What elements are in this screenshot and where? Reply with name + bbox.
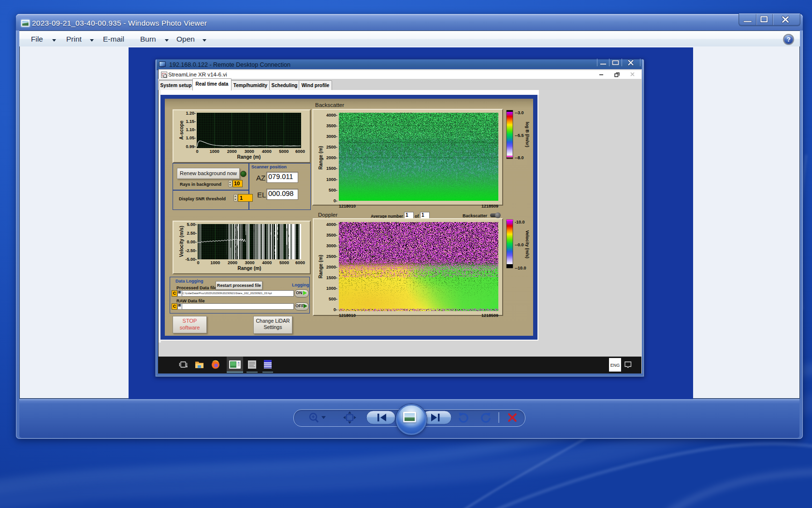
svg-text:--8.0: --8.0 [515, 155, 524, 160]
svg-text:1.15-: 1.15- [186, 119, 196, 124]
svg-text:0-: 0- [334, 307, 337, 312]
svg-text:--0.0: --0.0 [515, 242, 524, 247]
svg-text:Velocity (m/s): Velocity (m/s) [525, 230, 530, 258]
svg-text:2000-: 2000- [326, 265, 337, 269]
svg-text:3000: 3000 [245, 260, 255, 265]
svg-text:5000: 5000 [279, 260, 289, 265]
svg-text:2000: 2000 [227, 149, 237, 154]
svg-text:4000-: 4000- [326, 222, 337, 227]
svg-text:log B (/m/sr): log B (/m/sr) [525, 122, 530, 148]
svg-text:1500-: 1500- [326, 166, 337, 171]
svg-text:A-scope: A-scope [179, 120, 184, 140]
svg-text:3000-: 3000- [326, 243, 337, 248]
svg-text:5.00-: 5.00- [187, 222, 197, 227]
svg-text:2000-: 2000- [326, 155, 337, 160]
svg-text:2000: 2000 [228, 260, 237, 265]
svg-text:0.00-: 0.00- [187, 239, 197, 244]
svg-text:0.99-: 0.99- [186, 144, 196, 149]
svg-text:1218509: 1218509 [481, 204, 498, 209]
svg-text:--3.0: --3.0 [515, 110, 524, 115]
svg-text:1218509: 1218509 [481, 313, 498, 318]
svg-text:2.50-: 2.50- [187, 231, 197, 236]
svg-text:-5.00-: -5.00- [185, 257, 197, 262]
svg-text:Range (m): Range (m) [318, 255, 323, 279]
svg-text:0-: 0- [334, 198, 337, 203]
svg-text:1218010: 1218010 [339, 313, 356, 318]
svg-text:1000-: 1000- [326, 286, 337, 291]
svg-text:500-: 500- [329, 297, 337, 301]
svg-text:1.05-: 1.05- [186, 135, 196, 140]
svg-text:--5.5: --5.5 [515, 133, 524, 138]
svg-text:6000: 6000 [295, 260, 305, 265]
svg-text:Velocity (m/s): Velocity (m/s) [179, 226, 184, 257]
svg-text:1000-: 1000- [326, 177, 337, 182]
svg-text:--10.0: --10.0 [515, 266, 526, 270]
svg-text:3500-: 3500- [326, 233, 337, 238]
svg-text:1500-: 1500- [326, 275, 337, 280]
svg-text:2500-: 2500- [326, 145, 337, 149]
svg-text:4000: 4000 [262, 149, 272, 154]
svg-text:4000-: 4000- [326, 113, 337, 118]
svg-text:0: 0 [197, 260, 199, 265]
svg-text:1.10-: 1.10- [186, 127, 196, 132]
svg-text:Range (m): Range (m) [318, 146, 323, 170]
svg-text:5000: 5000 [279, 149, 289, 154]
svg-text:1000: 1000 [210, 149, 219, 154]
svg-text:3000-: 3000- [326, 134, 337, 139]
svg-text:6000: 6000 [295, 149, 305, 154]
svg-text:3000: 3000 [245, 149, 254, 154]
svg-text:1.20-: 1.20- [186, 111, 196, 116]
svg-text:500-: 500- [329, 188, 337, 193]
svg-text:0: 0 [196, 149, 198, 154]
svg-text:Range (m): Range (m) [238, 266, 261, 271]
svg-text:Range (m): Range (m) [237, 154, 261, 160]
svg-text:4000: 4000 [262, 260, 272, 265]
svg-text:2500-: 2500- [326, 254, 337, 259]
svg-text:1000: 1000 [210, 260, 220, 265]
svg-text:3500-: 3500- [326, 123, 337, 128]
svg-text:-10.0: -10.0 [515, 220, 525, 224]
svg-text:ENG: ENG [610, 363, 620, 368]
svg-text:-2.50-: -2.50- [185, 248, 197, 253]
svg-text:1218010: 1218010 [339, 204, 356, 209]
